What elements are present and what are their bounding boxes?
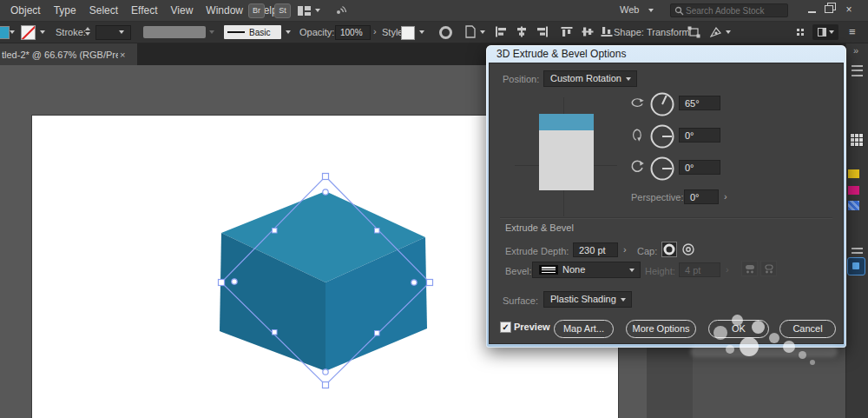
brush-chevron-icon[interactable] bbox=[286, 30, 291, 34]
extrude-bevel-dialog: 3D Extrude & Bevel Options Position: Cus… bbox=[486, 45, 846, 348]
section-title: Extrude & Bevel bbox=[505, 222, 574, 233]
bevel-label: Bevel: bbox=[505, 266, 532, 276]
perspective-field[interactable]: 0° bbox=[684, 189, 719, 204]
rotate-z-dial[interactable] bbox=[649, 156, 675, 182]
opacity-field[interactable]: 100% bbox=[335, 25, 371, 40]
align-right-icon[interactable] bbox=[536, 26, 549, 37]
map-art-button[interactable]: Map Art... bbox=[554, 320, 614, 338]
isolate-chevron-icon[interactable] bbox=[726, 30, 731, 34]
bounding-box-icon[interactable] bbox=[687, 26, 700, 38]
perspective-expand-icon[interactable]: › bbox=[724, 191, 727, 202]
yellow-swatch[interactable] bbox=[848, 169, 859, 178]
close-icon[interactable]: × bbox=[841, 2, 857, 17]
panel-layout-icon bbox=[818, 28, 826, 36]
rotate-z-field[interactable]: 0° bbox=[679, 160, 720, 175]
isolate-object-icon[interactable] bbox=[710, 26, 722, 38]
stroke-label[interactable]: Stroke: bbox=[56, 27, 86, 37]
dialog-title[interactable]: 3D Extrude & Bevel Options bbox=[489, 45, 844, 63]
stroke-weight-field[interactable] bbox=[95, 25, 131, 40]
position-value: Custom Rotation bbox=[550, 73, 621, 83]
search-input[interactable] bbox=[684, 5, 783, 17]
menu-object[interactable]: Object bbox=[9, 4, 43, 17]
stroke-weight-chevron-icon[interactable] bbox=[119, 30, 124, 34]
stock-search[interactable] bbox=[670, 3, 788, 17]
extrude-depth-expand-icon[interactable]: › bbox=[623, 244, 627, 255]
align-left-icon[interactable] bbox=[495, 26, 507, 37]
height-label: Height: bbox=[645, 266, 675, 276]
more-options-button[interactable]: More Options bbox=[626, 320, 696, 338]
fill-chevron-icon[interactable] bbox=[10, 30, 15, 34]
rotation-track-cube[interactable] bbox=[539, 114, 594, 190]
transform-label[interactable]: Transform bbox=[647, 27, 690, 37]
stroke-swatch[interactable] bbox=[21, 25, 36, 40]
menu-type[interactable]: Type bbox=[52, 4, 78, 17]
cap-on-button[interactable] bbox=[661, 242, 677, 257]
rotate-y-dial[interactable] bbox=[649, 123, 675, 149]
document-arrange-select[interactable] bbox=[812, 24, 838, 40]
panel-background-band bbox=[693, 348, 846, 418]
cap-label: Cap: bbox=[637, 246, 657, 256]
style-swatch[interactable] bbox=[401, 26, 415, 40]
document-tab[interactable]: tled-2* @ 66.67% (RGB/Preview) × bbox=[0, 43, 137, 65]
width-profile-select[interactable] bbox=[143, 26, 206, 38]
cube-artwork[interactable] bbox=[208, 172, 443, 391]
bevel-value: None bbox=[562, 262, 585, 277]
arrange-documents-icon[interactable] bbox=[797, 29, 804, 36]
position-select[interactable]: Custom Rotation bbox=[543, 70, 637, 87]
active-tool-panel-icon[interactable] bbox=[847, 257, 865, 275]
rotate-x-field[interactable]: 65° bbox=[679, 96, 720, 110]
extrude-depth-field[interactable]: 230 pt bbox=[573, 242, 618, 257]
rotate-y-field[interactable]: 0° bbox=[679, 128, 720, 143]
stroke-chevron-icon[interactable] bbox=[40, 30, 45, 34]
panel-dock: » bbox=[845, 43, 868, 418]
workspace-select-chevron-icon[interactable] bbox=[648, 9, 654, 12]
menu-bar: Object Type Select Effect View Window He… bbox=[0, 0, 868, 22]
menu-window[interactable]: Window bbox=[204, 4, 245, 17]
opacity-label[interactable]: Opacity: bbox=[299, 27, 334, 37]
share-screen-icon[interactable] bbox=[334, 4, 346, 17]
menu-select[interactable]: Select bbox=[88, 4, 120, 17]
restore-icon[interactable] bbox=[825, 5, 833, 13]
align-center-vertical-icon[interactable] bbox=[582, 26, 594, 37]
magenta-swatch[interactable] bbox=[848, 186, 859, 195]
rotate-z-axis-icon bbox=[630, 160, 644, 174]
surface-select[interactable]: Plastic Shading bbox=[543, 291, 632, 308]
minimize-icon[interactable] bbox=[808, 11, 816, 13]
rotate-x-dial[interactable] bbox=[649, 91, 675, 117]
brush-select[interactable]: Basic bbox=[224, 25, 281, 39]
bevel-chevron-icon bbox=[629, 269, 635, 272]
workspace-list-icon[interactable]: ≡ bbox=[849, 25, 856, 38]
fill-swatch[interactable] bbox=[0, 26, 10, 39]
cap-off-button[interactable] bbox=[681, 242, 696, 257]
bridge-button[interactable]: Br bbox=[248, 3, 265, 18]
dialog-body: Position: Custom Rotation bbox=[489, 63, 844, 344]
document-setup-chevron-icon[interactable] bbox=[480, 30, 485, 34]
workspace-chevron-icon[interactable] bbox=[315, 9, 320, 12]
workspace-switcher-icon[interactable] bbox=[298, 6, 311, 16]
align-bottom-icon[interactable] bbox=[601, 26, 613, 37]
workspace-select[interactable]: Web bbox=[620, 4, 639, 15]
swatches-panel-icon[interactable] bbox=[850, 133, 864, 147]
bevel-select[interactable]: None bbox=[532, 262, 641, 278]
cancel-button[interactable]: Cancel bbox=[779, 320, 836, 338]
align-top-icon[interactable] bbox=[561, 26, 573, 37]
tab-close-icon[interactable]: × bbox=[120, 50, 125, 60]
menu-view[interactable]: View bbox=[169, 4, 195, 17]
shape-label[interactable]: Shape: bbox=[614, 27, 644, 37]
document-setup-icon[interactable] bbox=[465, 25, 476, 38]
recolor-artwork-icon[interactable] bbox=[439, 26, 452, 39]
stock-button[interactable]: St bbox=[274, 3, 291, 18]
stroke-weight-stepper[interactable] bbox=[85, 27, 90, 36]
align-center-horizontal-icon[interactable] bbox=[516, 26, 528, 37]
opacity-expand-icon[interactable]: › bbox=[373, 26, 377, 36]
pattern-swatch[interactable] bbox=[848, 201, 859, 210]
preview-checkbox[interactable]: ✓ bbox=[500, 322, 511, 333]
extruded-cube[interactable] bbox=[220, 191, 427, 371]
panel-menu-icon[interactable] bbox=[852, 65, 863, 76]
ok-button[interactable]: OK bbox=[708, 320, 769, 338]
position-chevron-icon bbox=[626, 77, 631, 81]
perspective-label: Perspective: bbox=[631, 192, 684, 202]
style-chevron-icon[interactable] bbox=[419, 30, 424, 34]
collapse-panels-icon[interactable]: » bbox=[853, 45, 858, 56]
menu-effect[interactable]: Effect bbox=[129, 4, 159, 17]
